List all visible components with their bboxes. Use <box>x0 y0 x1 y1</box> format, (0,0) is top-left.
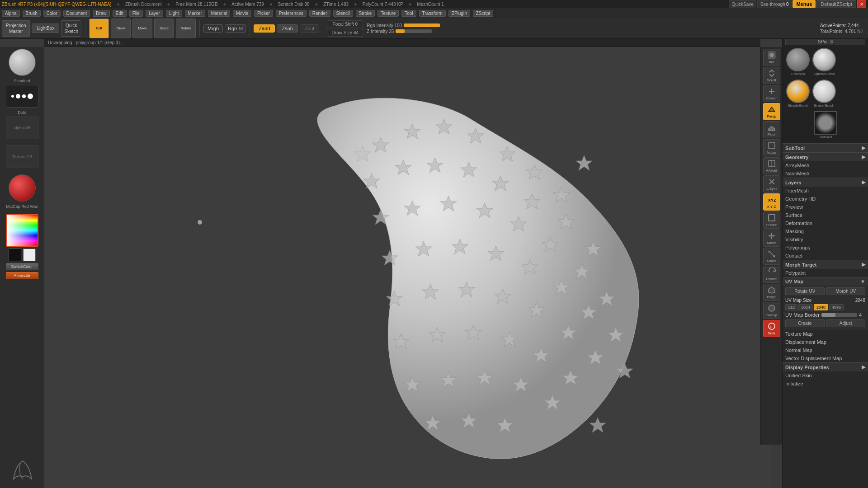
menu-marker[interactable]: Marker <box>185 10 205 17</box>
menu-edit[interactable]: Edit <box>113 10 127 17</box>
canvas-area[interactable] <box>44 47 771 488</box>
eraser-brush-preview[interactable] <box>812 80 836 103</box>
3d-viewport[interactable] <box>44 47 771 488</box>
move-button[interactable]: Move <box>132 19 152 38</box>
draw-size-display[interactable]: Draw Size 64 <box>327 29 363 37</box>
preview-item[interactable]: Preview <box>783 203 868 211</box>
surface-item[interactable]: Surface <box>783 211 868 219</box>
menus-button[interactable]: Menus <box>793 0 816 8</box>
focal-shift-display[interactable]: Focal Shift 0 <box>327 20 363 28</box>
alpha-preview[interactable]: Alpha Off <box>6 117 38 139</box>
geometry-header[interactable]: Geometry ▶ <box>783 152 868 161</box>
texture-preview[interactable]: Texture Off <box>6 145 38 168</box>
quicksave-button[interactable]: QuickSave <box>729 0 756 8</box>
black-swatch[interactable] <box>9 249 21 261</box>
brit-button[interactable]: Brit <box>763 49 780 66</box>
normal-map-item[interactable]: Normal Map <box>783 346 868 354</box>
menu-picker[interactable]: Picker <box>254 10 273 17</box>
size-4096-button[interactable]: 4096 <box>829 304 844 310</box>
menu-movie[interactable]: Movie <box>233 10 251 17</box>
brush-dots-preview[interactable] <box>6 85 38 108</box>
scale-button[interactable]: Scale <box>154 19 174 38</box>
arraymesh-item[interactable]: ArrayMesh <box>783 161 868 169</box>
nanomesh-item[interactable]: NanoMesh <box>783 169 868 178</box>
display-properties-header[interactable]: Display Properties ▶ <box>783 362 868 371</box>
z-intensity-bar[interactable] <box>396 29 432 33</box>
displacement-map-item[interactable]: Displacement Map <box>783 338 868 346</box>
menu-document[interactable]: Document <box>63 10 90 17</box>
edit-button[interactable]: Edit <box>89 19 109 38</box>
zcut-button[interactable]: Zcut <box>300 24 319 33</box>
visibility-item[interactable]: Visibility <box>783 235 868 244</box>
menu-color[interactable]: Color <box>43 10 61 17</box>
size-1024-button[interactable]: 1024 <box>798 304 813 310</box>
menu-texture[interactable]: Texture <box>377 10 399 17</box>
menu-file[interactable]: File <box>129 10 143 17</box>
size-2048-button[interactable]: 2048 <box>814 304 828 310</box>
menu-alpha[interactable]: Alpha <box>2 10 20 17</box>
rgb-control[interactable]: Rgb M <box>225 24 246 33</box>
morph-target-header[interactable]: Morph Target ▶ <box>783 260 868 269</box>
window-close-button[interactable]: ✕ <box>857 0 866 8</box>
lightbox-button[interactable]: LightBox <box>32 23 59 33</box>
menu-layer[interactable]: Layer <box>146 10 163 17</box>
polypaint-item[interactable]: Polypaint <box>783 269 868 277</box>
layers-header[interactable]: Layers ▶ <box>783 178 868 187</box>
menu-stencil[interactable]: Stencil <box>333 10 353 17</box>
menu-preferences[interactable]: Preferences <box>276 10 307 17</box>
alternate-button[interactable]: Alternate <box>6 272 38 279</box>
menu-render[interactable]: Render <box>309 10 330 17</box>
menu-material[interactable]: Material <box>208 10 231 17</box>
texture-map-item[interactable]: Texture Map <box>783 330 868 338</box>
spix-display[interactable]: SPix 3 <box>785 38 865 45</box>
masking-item[interactable]: Masking <box>783 227 868 235</box>
solo-button[interactable]: S Solo <box>763 320 780 337</box>
brush-preview-sphere[interactable] <box>9 49 36 76</box>
morph-uv-button[interactable]: Morph UV <box>826 287 866 295</box>
create-button[interactable]: Create <box>785 319 825 327</box>
unified-skin-item[interactable]: Unified Skin <box>783 371 868 380</box>
rgb-intensity-bar[interactable] <box>404 23 440 27</box>
color-picker[interactable] <box>6 214 38 247</box>
alpha-thumb[interactable] <box>814 111 837 135</box>
menu-zplugin[interactable]: ZPlugin <box>448 10 470 17</box>
mrgb-control[interactable]: Mrgb <box>203 24 223 33</box>
switch-color-button[interactable]: SwitchColor <box>6 263 38 270</box>
persp-button[interactable]: Persp <box>763 103 780 120</box>
adjust-button[interactable]: Adjust <box>826 319 866 327</box>
frame-button[interactable]: Frame <box>763 211 780 229</box>
see-through-control[interactable]: See-through 0 <box>757 0 792 8</box>
projection-master-button[interactable]: Projection Master <box>2 20 30 37</box>
draw-button[interactable]: Draw <box>111 19 131 38</box>
subtool-header[interactable]: SubTool ▶ <box>783 143 868 152</box>
lsym-button[interactable]: L.Sym <box>763 175 780 192</box>
vector-displacement-item[interactable]: Vector Displacement Map <box>783 354 868 362</box>
actual-button[interactable]: Actual <box>763 139 780 156</box>
zadd-button[interactable]: Zadd <box>254 24 275 33</box>
default-zscript-button[interactable]: DefaultZScript <box>816 0 856 8</box>
polygroups-item[interactable]: Polygroups <box>783 244 868 252</box>
initialize-item[interactable]: Initialize <box>783 380 868 388</box>
sphere-brush-preview[interactable] <box>812 48 836 71</box>
white-swatch[interactable] <box>23 249 36 261</box>
material-sphere[interactable] <box>9 174 36 202</box>
fibermesh-item[interactable]: FiberMesh <box>783 187 868 195</box>
simple-brush-preview[interactable] <box>786 80 810 103</box>
size-512-button[interactable]: 512 <box>785 304 797 310</box>
menu-tool[interactable]: Tool <box>401 10 416 17</box>
constrain-button[interactable]: Constr <box>763 85 780 102</box>
menu-stroke[interactable]: Stroke <box>356 10 375 17</box>
scroll-button[interactable]: Scroll <box>763 67 780 84</box>
rotate-uv-button[interactable]: Rotate UV <box>785 287 825 295</box>
menu-brush[interactable]: Brush <box>23 10 41 17</box>
menu-transform[interactable]: Transform <box>419 10 446 17</box>
floor-button[interactable]: Floor <box>763 121 780 138</box>
polyf-button[interactable]: PolyF <box>763 284 780 301</box>
uv-border-slider[interactable] <box>821 313 857 317</box>
quick-sketch-container[interactable]: Quick Sketch <box>61 20 81 37</box>
menu-light[interactable]: Light <box>166 10 182 17</box>
zsub-button[interactable]: Zsub <box>277 24 297 33</box>
menu-zscript[interactable]: ZScript <box>473 10 494 17</box>
scale-tool-button[interactable]: Scale <box>763 248 780 265</box>
deformation-item[interactable]: Deformation <box>783 219 868 227</box>
